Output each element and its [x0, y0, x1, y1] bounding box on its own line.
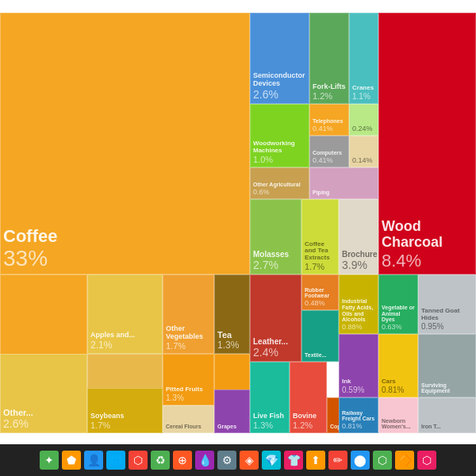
- toolbar-icon-1[interactable]: ⬟: [62, 451, 81, 470]
- cell-pct-cars: 0.81%: [382, 386, 415, 394]
- cell-pct-other-vegetables: 1.7%: [166, 341, 211, 351]
- cell-pct-cranes: 1.1%: [352, 92, 375, 101]
- toolbar-icon-7[interactable]: 💧: [195, 451, 214, 470]
- cell-pitted-fruits[interactable]: Pitted Fruits1.3%: [163, 354, 214, 405]
- cell-pct-industrial-fatty: 0.88%: [342, 323, 375, 331]
- cell-pct-tea: 1.3%: [217, 340, 247, 351]
- cell-pct-brochures: 3.9%: [342, 259, 375, 271]
- cell-semiconductor[interactable]: Semiconductor Devices2.6%: [250, 13, 309, 104]
- cell-label-coffee-tea: Coffee and Tea Extracts: [305, 241, 336, 262]
- cell-label-other-agri: Other Agricultural: [253, 182, 306, 188]
- cell-railway-freight[interactable]: Railway Freight Cars0.81%: [339, 397, 378, 433]
- cell-label-industrial-fatty: Industrial Fatty Acids, Oils and Alcohol…: [342, 298, 375, 323]
- cell-pct-misc1: 0.24%: [352, 125, 375, 132]
- cell-industrial-fatty[interactable]: Industrial Fatty Acids, Oils and Alcohol…: [339, 274, 378, 334]
- cell-label-railway-freight: Railway Freight Cars: [342, 410, 375, 422]
- toolbar-icon-16[interactable]: 🔶: [395, 451, 414, 470]
- cell-ink[interactable]: Ink0.59%: [339, 334, 378, 397]
- cell-misc2[interactable]: 0.14%: [349, 136, 378, 167]
- toolbar-icon-13[interactable]: ✏: [328, 451, 347, 470]
- cell-textile[interactable]: Textile...: [301, 310, 339, 362]
- toolbar-icon-0[interactable]: ✦: [40, 451, 59, 470]
- cell-brochures[interactable]: Brochures3.9%: [339, 199, 378, 274]
- cell-pct-coffee: 33%: [3, 246, 247, 271]
- cell-pct-pitted-fruits: 1.3%: [166, 393, 211, 402]
- cell-label-molasses: Molasses: [253, 250, 298, 259]
- cell-pct-railway-freight: 0.81%: [342, 422, 375, 430]
- cell-piping[interactable]: Piping: [309, 167, 378, 199]
- cell-label-apples: Apples and...: [90, 332, 159, 340]
- cell-rubber-footwear[interactable]: Rubber Footwear0.48%: [301, 274, 339, 310]
- cell-pct-other-agri: 0.6%: [253, 188, 306, 196]
- cell-pct-live-fish-vis: 1.3%: [253, 420, 286, 430]
- cell-wood-charcoal[interactable]: Wood Charcoal8.4%: [378, 13, 476, 274]
- toolbar-icon-6[interactable]: ⊕: [173, 451, 192, 470]
- cell-pct-misc2: 0.14%: [352, 156, 375, 164]
- cell-label-computers: Computers: [313, 150, 346, 156]
- cell-label-other2: Other...: [3, 408, 84, 417]
- cell-apples[interactable]: Apples and...2.1%: [87, 274, 163, 354]
- cell-bovine-vis[interactable]: Bovine1.2%: [290, 362, 327, 433]
- cell-surviving-equipment[interactable]: Surviving Equipment: [418, 334, 476, 397]
- toolbar-icon-12[interactable]: ⬆: [306, 451, 325, 470]
- cell-forklifts[interactable]: Fork-Lifts1.2%: [309, 13, 349, 104]
- cell-tea[interactable]: Tea1.3%: [214, 274, 250, 354]
- toolbar-icon-9[interactable]: ◈: [240, 451, 259, 470]
- cell-vegetable-vis[interactable]: Vegetable or Animal Dyes0.63%: [378, 274, 418, 334]
- cell-misc1[interactable]: 0.24%: [349, 104, 378, 136]
- cell-other-agri[interactable]: Other Agricultural0.6%: [250, 167, 309, 199]
- cell-label-newborn-vis: Newborn Women's...: [382, 418, 415, 430]
- toolbar-icon-4[interactable]: ⬡: [129, 451, 148, 470]
- cell-live-fish-vis[interactable]: Live Fish1.3%: [250, 362, 290, 433]
- cell-grapes-vis[interactable]: Grapes: [214, 390, 250, 433]
- cell-label-cranes: Cranes: [352, 85, 375, 92]
- cell-label-leather: Leather...: [253, 337, 298, 346]
- cell-tanned-goat[interactable]: Tanned Goat Hides0.95%: [418, 274, 476, 334]
- cell-other2[interactable]: Other...2.6%: [0, 354, 87, 433]
- cell-pct-apples: 2.1%: [90, 340, 159, 351]
- cell-woodworking[interactable]: Woodworking Machines1.0%: [250, 104, 309, 167]
- cell-label-wood-charcoal: Wood Charcoal: [382, 219, 473, 251]
- cell-pct-wood-charcoal: 8.4%: [382, 251, 473, 271]
- cell-telephones[interactable]: Telephones0.41%: [309, 104, 349, 136]
- cell-label-cereal-flours-vis: Cereal Flours: [166, 424, 211, 430]
- cell-label-surviving-equipment: Surviving Equipment: [421, 382, 473, 394]
- cell-coffee-tea[interactable]: Coffee and Tea Extracts1.7%: [301, 199, 339, 274]
- toolbar-icon-14[interactable]: ⬤: [351, 451, 370, 470]
- cell-soybeans-vis[interactable]: Soybeans1.7%: [87, 388, 163, 433]
- cell-newborn-vis[interactable]: Newborn Women's...: [378, 397, 418, 433]
- cell-label-piping: Piping: [313, 190, 375, 196]
- cell-leather[interactable]: Leather...2.4%: [250, 274, 301, 362]
- cell-cereal-flours-vis[interactable]: Cereal Flours: [163, 405, 214, 433]
- toolbar-icon-5[interactable]: ♻: [151, 451, 170, 470]
- toolbar-icon-17[interactable]: ⬡: [417, 451, 436, 470]
- cell-label-forklifts: Fork-Lifts: [313, 83, 346, 91]
- cell-iron-vis[interactable]: Iron T...: [418, 397, 476, 433]
- cell-label-iron-vis: Iron T...: [421, 424, 473, 430]
- cell-label-cars: Cars: [382, 378, 415, 386]
- cell-label-coffee: Coffee: [3, 227, 247, 246]
- toolbar-icon-10[interactable]: 💎: [262, 451, 281, 470]
- cell-computers[interactable]: Computers0.41%: [309, 136, 349, 167]
- cell-label-bovine-vis: Bovine: [293, 413, 324, 420]
- cell-molasses[interactable]: Molasses2.7%: [250, 199, 301, 274]
- toolbar-icon-15[interactable]: ⬡: [373, 451, 392, 470]
- treemap: Coffee33%Semiconductor Devices2.6%Fork-L…: [0, 13, 476, 444]
- cell-pct-bovine-vis: 1.2%: [293, 420, 324, 430]
- cell-label-vegetable-vis: Vegetable or Animal Dyes: [382, 305, 415, 323]
- toolbar-icon-8[interactable]: ⚙: [217, 451, 236, 470]
- toolbar-icon-2[interactable]: 👤: [84, 451, 103, 470]
- cell-pct-tanned-goat: 0.95%: [421, 322, 473, 331]
- cell-pct-forklifts: 1.2%: [313, 91, 346, 101]
- toolbar-icon-11[interactable]: 👕: [284, 451, 303, 470]
- cell-pct-coffee-tea: 1.7%: [305, 262, 336, 271]
- toolbar: ✦⬟👤🌐⬡♻⊕💧⚙◈💎👕⬆✏⬤⬡🔶⬡: [0, 444, 476, 476]
- cell-other-vegetables[interactable]: Other Vegetables1.7%: [163, 274, 214, 354]
- toolbar-icon-3[interactable]: 🌐: [106, 451, 125, 470]
- cell-coffee[interactable]: Coffee33%: [0, 13, 250, 274]
- cell-label-live-fish-vis: Live Fish: [253, 413, 286, 420]
- cell-pct-computers: 0.41%: [313, 156, 346, 164]
- cell-cars[interactable]: Cars0.81%: [378, 334, 418, 397]
- cell-cranes[interactable]: Cranes1.1%: [349, 13, 378, 104]
- cell-label-semiconductor: Semiconductor Devices: [253, 72, 306, 88]
